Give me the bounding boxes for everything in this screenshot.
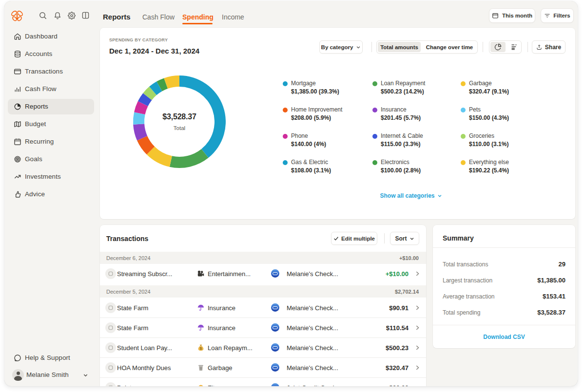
svg-text:$: $ [200, 347, 202, 351]
